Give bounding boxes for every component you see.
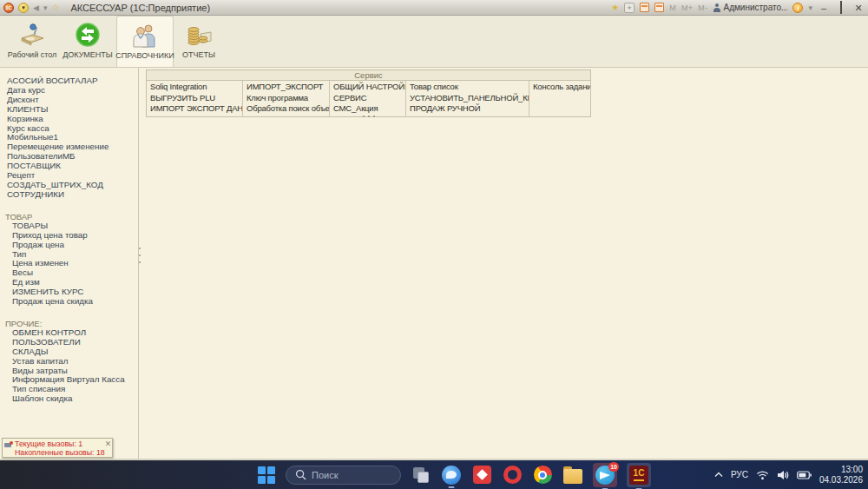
section-documents[interactable]: ДОКУМЕНТЫ — [59, 16, 116, 67]
history-dropdown-icon[interactable]: ▾ — [43, 3, 48, 13]
sidebar-item[interactable]: Приход цена товар — [0, 231, 138, 241]
service-command[interactable]: Товар список — [406, 82, 529, 93]
file-explorer-icon[interactable] — [562, 465, 583, 486]
favorites-star-icon[interactable]: ☆ — [51, 3, 59, 13]
section-label: ОТЧЕТЫ — [182, 50, 215, 59]
sidebar-item[interactable]: АСОСИЙ ВОСИТАЛАР — [0, 76, 138, 86]
sidebar-item[interactable]: ТОВАРЫ — [0, 221, 138, 231]
sidebar-item[interactable]: Дисконт — [0, 96, 138, 105]
service-command[interactable]: СЕРВИС — [330, 93, 405, 104]
sidebar-item[interactable]: Ед изм — [0, 278, 138, 287]
service-command[interactable]: Консоль заданий — [529, 82, 590, 93]
section-desktop[interactable]: Рабочий стол — [5, 16, 59, 67]
sidebar-item[interactable]: Корзинка — [0, 115, 138, 124]
sidebar-item[interactable]: Дата курс — [0, 86, 138, 96]
service-command[interactable]: СМС_Акция — [330, 103, 405, 115]
service-command[interactable]: Обработка поиск объект — [243, 103, 329, 115]
section-catalogs[interactable]: СПРАВОЧНИКИ — [116, 16, 174, 67]
service-command[interactable]: ПРОДАЖ РУЧНОЙ — [406, 103, 529, 115]
info-dropdown-icon[interactable]: ▾ — [808, 3, 812, 13]
current-calls-label: Текущие вызовы: 1 — [15, 439, 105, 448]
restore-button[interactable] — [835, 2, 847, 14]
service-command[interactable]: Ключ программа — [243, 93, 329, 104]
memory-m-button[interactable]: М — [669, 3, 676, 12]
volume-icon[interactable] — [777, 470, 789, 480]
sidebar-item[interactable]: СОТРУДНИКИ — [0, 190, 138, 200]
minimize-button[interactable]: – — [818, 2, 830, 14]
sidebar-splitter-handle[interactable] — [137, 248, 141, 270]
telegram-badge: 10 — [608, 462, 619, 472]
sidebar-nav: АСОСИЙ ВОСИТАЛАРДата курсДисконтКЛИЕНТЫК… — [0, 68, 139, 459]
sidebar-item[interactable]: Продаж цена скидка — [0, 297, 138, 307]
system-tray: РУС 13:00 04.03.2026 — [714, 460, 863, 489]
sidebar-item[interactable]: Шаблон скидка — [0, 394, 138, 404]
sidebar-item[interactable]: Устав капитал — [0, 357, 138, 367]
favorites-list-icon[interactable]: ★ — [624, 3, 635, 13]
task-view-icon[interactable] — [411, 465, 431, 486]
sidebar-item[interactable]: ИЗМЕНИТЬ КУРС — [0, 287, 138, 297]
memory-mminus-button[interactable]: М- — [698, 3, 707, 12]
sidebar-item[interactable]: ПОЛЬЗОВАТЕЛИ — [0, 338, 138, 347]
search-input[interactable] — [312, 470, 390, 480]
sidebar-item[interactable]: Мобильные1 — [0, 133, 138, 142]
sidebar-item[interactable]: ПОСТАВЩИК — [0, 162, 138, 171]
service-command[interactable]: ИМПОРТ ЭКСПОРТ ДАННЫХ — [147, 103, 242, 115]
sidebar-item[interactable]: Тип списания — [0, 385, 138, 394]
current-user[interactable]: Администрато... — [713, 3, 787, 12]
service-command[interactable]: ВЫГРУЗИТЬ PLU — [147, 93, 242, 104]
battery-icon[interactable] — [797, 471, 812, 479]
sidebar-item[interactable]: Цена изменен — [0, 259, 138, 268]
clock[interactable]: 13:00 04.03.2026 — [819, 465, 863, 485]
opera-browser-icon[interactable] — [502, 465, 523, 486]
service-grid: Soliq IntegrationВЫГРУЗИТЬ PLUИМПОРТ ЭКС… — [147, 81, 590, 116]
back-arrow-icon[interactable]: ◀ — [33, 3, 39, 13]
wifi-icon[interactable] — [756, 470, 769, 480]
close-button[interactable]: ✕ — [852, 2, 865, 14]
sidebar-item[interactable]: КЛИЕНТЫ — [0, 105, 138, 115]
1c-app-icon[interactable]: 1С — [627, 463, 651, 487]
titlebar-left-tools: 1С ▼ ◀ ▾ ☆ АКСЕССУАР (1С:Предприятие) — [3, 3, 210, 13]
section-label: СПРАВОЧНИКИ — [115, 51, 174, 60]
window-titlebar: 1С ▼ ◀ ▾ ☆ АКСЕССУАР (1С:Предприятие) ★ … — [0, 0, 868, 16]
sidebar-item[interactable]: ОБМЕН КОНТРОЛ — [0, 328, 138, 338]
sidebar-item[interactable]: ПользователиМБ — [0, 152, 138, 162]
calculator-icon[interactable] — [654, 3, 664, 12]
service-command[interactable]: ОБЩИЙ НАСТРОЙКА — [330, 82, 405, 93]
red-diamond-app-icon[interactable] — [471, 465, 492, 486]
service-command[interactable]: Soliq Integration — [147, 82, 242, 93]
sidebar-item[interactable]: Весы — [0, 268, 138, 278]
panel-splitter-handle[interactable] — [363, 116, 375, 117]
start-button[interactable] — [257, 466, 276, 485]
sidebar-item[interactable]: Виды затраты — [0, 367, 138, 376]
sidebar-item[interactable]: Продаж цена — [0, 241, 138, 250]
sidebar-item[interactable]: СОЗДАТЬ_ШТРИХ_КОД — [0, 181, 138, 190]
sidebar-item[interactable]: Рецепт — [0, 171, 138, 181]
accumulated-calls-label: Накопленные вызовы: 18 — [15, 448, 105, 457]
restore-icon — [840, 1, 842, 14]
sidebar-item[interactable]: Тип — [0, 250, 138, 260]
chrome-browser-icon[interactable] — [532, 465, 553, 486]
service-command[interactable]: УСТАНОВИТЬ_ПАНЕЛЬНОЙ_КНОПКА — [406, 93, 529, 104]
edge-browser-icon[interactable] — [441, 465, 462, 486]
add-favorite-icon[interactable]: ★ — [611, 3, 619, 13]
reports-icon — [185, 21, 213, 49]
sidebar-item[interactable]: СКЛАДЫ — [0, 347, 138, 357]
user-name-label: Администрато... — [723, 3, 787, 12]
service-command[interactable]: ИМПОРТ_ЭКСПОРТ — [243, 82, 329, 93]
language-indicator[interactable]: РУС — [731, 470, 748, 479]
calendar-icon[interactable] — [640, 3, 649, 12]
memory-mplus-button[interactable]: М+ — [681, 3, 693, 12]
notification-close-icon[interactable]: ✕ — [105, 439, 113, 456]
tray-chevron-up-icon[interactable] — [714, 472, 723, 478]
sidebar-item[interactable]: Информация Виртуал Касса — [0, 375, 138, 385]
taskbar-search[interactable] — [286, 466, 401, 485]
service-column: Товар списокУСТАНОВИТЬ_ПАНЕЛЬНОЙ_КНОПКАП… — [406, 81, 529, 116]
main-menu-button[interactable]: ▼ — [18, 3, 29, 13]
sidebar-item[interactable]: Перемещение изменение — [0, 142, 138, 152]
section-reports[interactable]: ОТЧЕТЫ — [174, 16, 224, 67]
telegram-icon[interactable]: 10 — [593, 463, 617, 487]
sidebar-group: ПРОЧИЕ:ОБМЕН КОНТРОЛПОЛЬЗОВАТЕЛИСКЛАДЫУс… — [0, 319, 138, 404]
sidebar-item[interactable]: Курс касса — [0, 124, 138, 134]
sidebar-group-header: ТОВАР — [0, 212, 138, 221]
service-messages-icon[interactable]: i — [792, 3, 803, 13]
